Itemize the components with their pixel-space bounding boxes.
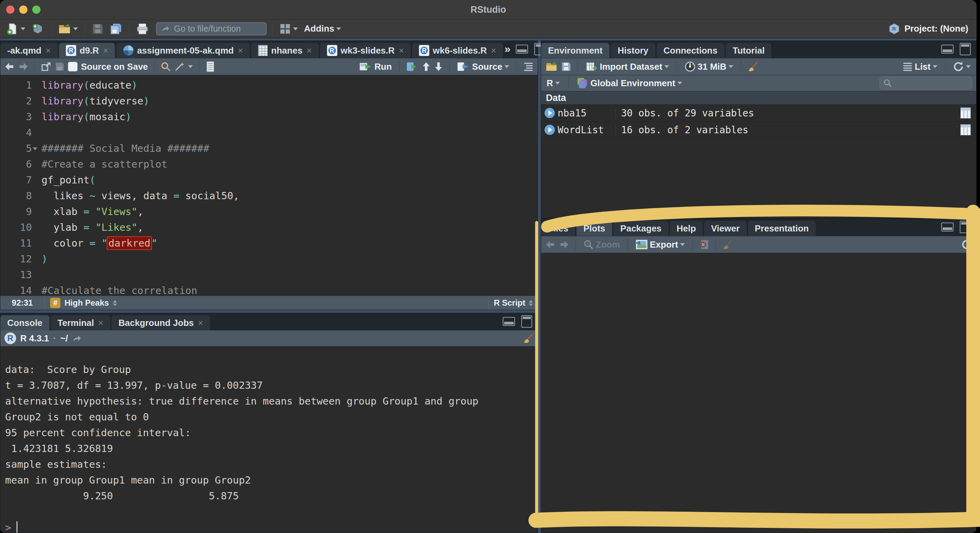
save-all-button[interactable]	[108, 22, 124, 36]
previous-plot-icon[interactable]	[545, 240, 555, 249]
environment-tab[interactable]: Tutorial	[726, 43, 772, 58]
close-icon[interactable]: ×	[103, 45, 108, 56]
source-on-save-checkbox[interactable]	[68, 62, 78, 72]
addins-button[interactable]: Addins	[303, 23, 342, 35]
clear-plots-broom-icon[interactable]	[722, 239, 733, 250]
zoom-plot-button[interactable]: Zoom	[582, 239, 621, 251]
maximize-pane-icon[interactable]	[521, 315, 532, 328]
plots-tab[interactable]: Packages	[614, 221, 668, 236]
plots-tab[interactable]: Files	[541, 221, 575, 236]
source-button[interactable]: Source	[456, 61, 511, 73]
refresh-environment-button[interactable]	[951, 61, 972, 73]
source-tab[interactable]: nhanes ×	[251, 43, 318, 58]
find-replace-icon[interactable]	[161, 61, 171, 72]
environment-object-row[interactable]: WordList 16 obs. of 2 variables	[541, 121, 976, 139]
tab-overflow-button[interactable]: »	[504, 43, 509, 55]
code-text: #Calculate the correlation	[37, 282, 197, 296]
plots-tab[interactable]: Viewer	[704, 221, 746, 236]
save-icon[interactable]	[55, 62, 65, 72]
tab-label: Presentation	[755, 223, 809, 234]
chevron-down-icon	[966, 65, 971, 68]
remove-plot-icon[interactable]	[699, 239, 709, 250]
project-menu[interactable]: R Project: (None)	[888, 23, 972, 35]
rerun-icon[interactable]	[406, 61, 418, 72]
refresh-plot-icon[interactable]	[961, 239, 972, 250]
open-in-new-window-icon[interactable]	[41, 62, 51, 72]
plots-tab[interactable]: Presentation	[748, 221, 816, 236]
chevron-down-icon[interactable]	[188, 65, 193, 68]
close-icon[interactable]: ×	[238, 45, 243, 56]
environment-tab[interactable]: Connections	[657, 43, 724, 58]
console-tab[interactable]: Background Jobs ×	[111, 315, 210, 330]
code-tools-wand-icon[interactable]	[174, 61, 185, 72]
previous-chunk-icon[interactable]	[422, 61, 431, 72]
memory-usage-button[interactable]: 31 MiB	[683, 61, 735, 73]
environment-scope-selector[interactable]: Global Environment	[576, 77, 684, 89]
source-tab[interactable]: d9.R ×	[59, 43, 115, 58]
scope-label: High Peaks	[65, 298, 109, 308]
environment-tab[interactable]: Environment	[541, 43, 609, 58]
environment-search[interactable]	[880, 77, 972, 89]
next-plot-icon[interactable]	[559, 240, 569, 249]
export-plot-button[interactable]: Export	[634, 239, 686, 251]
maximize-pane-icon[interactable]	[960, 221, 971, 233]
new-project-button[interactable]	[30, 22, 45, 36]
new-file-button[interactable]	[5, 22, 27, 36]
clear-console-broom-icon[interactable]	[523, 333, 534, 344]
source-tab[interactable]: assignment-05-ak.qmd ×	[116, 43, 250, 58]
list-view-button[interactable]: List	[901, 61, 939, 73]
save-button[interactable]	[91, 22, 105, 35]
minimize-pane-icon[interactable]	[503, 317, 515, 326]
run-button[interactable]: Run	[358, 61, 393, 73]
close-icon[interactable]: ×	[399, 45, 404, 56]
file-type-selector[interactable]: R Script	[488, 296, 538, 310]
tab-label: Background Jobs	[118, 318, 194, 328]
new-file-icon	[6, 23, 19, 35]
view-table-icon[interactable]	[961, 124, 971, 135]
scope-selector[interactable]: # High Peaks	[45, 298, 123, 308]
toolbar-separator	[85, 23, 85, 35]
goto-file-input[interactable]	[173, 23, 285, 34]
code-editor[interactable]: 1library(educate)2library(tidyverse)3lib…	[0, 75, 538, 296]
panes-layout-button[interactable]	[278, 22, 299, 35]
compile-report-icon[interactable]	[205, 61, 215, 72]
source-tab[interactable]: -ak.qmd ×	[0, 43, 58, 58]
language-selector[interactable]: R	[545, 77, 562, 89]
console-tab[interactable]: Console	[0, 315, 49, 330]
minimize-pane-icon[interactable]	[941, 45, 954, 54]
document-outline-icon[interactable]	[523, 62, 534, 72]
close-icon[interactable]: ×	[98, 318, 103, 328]
import-dataset-button[interactable]: Import Dataset	[584, 61, 670, 73]
close-icon[interactable]: ×	[198, 318, 203, 328]
open-file-button[interactable]	[57, 22, 79, 35]
source-tab[interactable]: wk6-slides.R ×	[412, 43, 503, 58]
close-icon[interactable]: ×	[46, 45, 51, 56]
console-tab[interactable]: Terminal ×	[51, 315, 110, 330]
plots-tab[interactable]: Help	[670, 221, 703, 236]
save-workspace-icon[interactable]	[561, 61, 571, 72]
minimize-pane-icon[interactable]	[941, 223, 954, 231]
plots-tab[interactable]: Plots	[576, 221, 612, 236]
next-chunk-icon[interactable]	[434, 61, 443, 72]
clear-environment-broom-icon[interactable]	[747, 61, 758, 72]
goto-file-search[interactable]	[156, 22, 267, 35]
tab-label: wk6-slides.R	[433, 45, 487, 56]
source-icon	[457, 61, 470, 72]
environment-object-row[interactable]: nba15 30 obs. of 29 variables	[541, 105, 976, 121]
forward-icon[interactable]	[18, 62, 29, 72]
environment-search-input[interactable]	[895, 78, 977, 88]
close-icon[interactable]: ×	[491, 45, 496, 56]
expand-object-icon[interactable]	[544, 124, 555, 135]
view-table-icon[interactable]	[961, 107, 971, 118]
environment-tab[interactable]: History	[611, 43, 655, 58]
close-icon[interactable]: ×	[306, 45, 312, 56]
console-prompt-line[interactable]: >	[5, 520, 538, 533]
expand-object-icon[interactable]	[544, 108, 555, 118]
print-button[interactable]	[135, 22, 150, 35]
minimize-pane-icon[interactable]	[516, 45, 528, 54]
source-tab[interactable]: wk3-slides.R ×	[320, 43, 411, 58]
maximize-pane-icon[interactable]	[960, 43, 971, 55]
back-icon[interactable]	[5, 62, 15, 72]
load-workspace-folder-icon[interactable]	[545, 61, 558, 72]
show-directory-icon[interactable]	[72, 334, 82, 343]
